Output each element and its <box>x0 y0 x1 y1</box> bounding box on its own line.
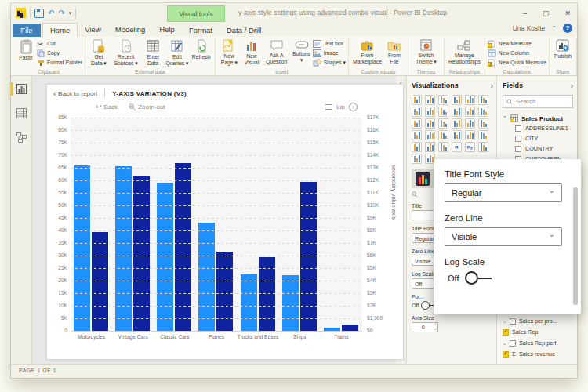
viz-icon-stacked-area[interactable] <box>438 107 448 117</box>
viz-icon-qa[interactable] <box>412 154 422 164</box>
viz-icon-slicer[interactable] <box>412 142 422 152</box>
viz-icon-matrix[interactable] <box>438 142 448 152</box>
scale-mode-label[interactable]: Lin <box>336 103 345 111</box>
viz-icon-waterfall[interactable] <box>412 118 422 129</box>
spinner-arrows-icon[interactable]: ⌃⌄ <box>434 324 437 331</box>
tab-modeling[interactable]: Modeling <box>108 23 153 36</box>
axis-size-spinner[interactable]: 0⌃⌄ <box>412 322 438 332</box>
back-to-report-link[interactable]: ‹ Back to report <box>53 89 97 98</box>
collapse-pane-icon[interactable]: › <box>571 82 573 90</box>
field-item[interactable]: COUNTRY <box>503 145 573 152</box>
viz-icon-r-script[interactable]: R <box>452 142 462 152</box>
fromfile-button[interactable]: From File <box>383 38 405 65</box>
viz-icon-line-clustered-column[interactable] <box>465 107 475 117</box>
viz-icon-ribbon[interactable] <box>478 107 488 117</box>
redo-icon[interactable]: ↷ <box>58 9 64 17</box>
recent-button[interactable]: Recent Sources ▾ <box>110 38 142 67</box>
checkbox-unchecked[interactable] <box>510 340 516 347</box>
chevron-down-icon[interactable]: ⌄ <box>503 318 506 324</box>
viz-icon-clustered-column[interactable] <box>452 95 462 105</box>
field-item[interactable]: ΣSales revenue <box>503 350 581 358</box>
viz-icon-gauge[interactable] <box>438 130 448 140</box>
viz-icon-shape-map[interactable] <box>478 142 488 152</box>
ask-button[interactable]: Ask A Question <box>263 38 291 65</box>
viz-icon-map[interactable] <box>412 130 422 140</box>
viz-icon-python[interactable]: Py <box>465 142 475 152</box>
viz-icon-line-stacked-column[interactable] <box>452 107 462 117</box>
bar-revenue-vintage-cars[interactable] <box>133 176 150 331</box>
viz-icon-line[interactable] <box>412 107 422 117</box>
theme-button[interactable]: Switch Theme ▾ <box>411 38 441 65</box>
column-button[interactable]: New Column <box>488 49 546 57</box>
checkbox-checked[interactable] <box>503 329 509 336</box>
log-scale-toggle[interactable] <box>465 271 492 285</box>
drill-back-button[interactable]: ↩ Back <box>96 103 118 111</box>
customize-toolbar-caret-icon[interactable]: ▾ <box>69 10 72 16</box>
textbox-button[interactable]: Text box <box>313 39 346 48</box>
tab-home[interactable]: Home <box>42 23 78 37</box>
info-icon[interactable]: i <box>349 103 358 111</box>
zero-line-dropdown[interactable]: Visible <box>445 227 562 246</box>
user-name[interactable]: Una Koslte <box>513 24 546 32</box>
bar-quantity-trains[interactable] <box>324 328 340 331</box>
refresh-button[interactable]: Refresh <box>191 38 212 60</box>
newvisual-button[interactable]: New Visual <box>241 38 263 66</box>
viz-icon-treemap[interactable] <box>478 118 488 129</box>
close-button[interactable]: ✕ <box>564 9 571 17</box>
zoom-out-button[interactable]: Zoom-out <box>129 103 165 111</box>
checkbox-unchecked[interactable] <box>515 136 521 142</box>
viz-icon-100-stacked-bar[interactable] <box>465 95 475 105</box>
field-item[interactable]: ⌄Sales Rep perf. <box>503 339 581 347</box>
minimize-button[interactable]: – <box>523 9 527 17</box>
viz-icon-donut[interactable] <box>465 118 475 129</box>
buttons-button[interactable]: Buttons ▾ <box>291 38 313 64</box>
paste-button[interactable]: Paste <box>15 38 37 61</box>
viz-icon-stacked-column[interactable] <box>425 95 435 105</box>
viz-icon-100-stacked-column[interactable] <box>478 95 488 105</box>
viz-icon-multi-row-card[interactable] <box>465 130 475 140</box>
shapes-button[interactable]: Shapes ▾ <box>313 58 346 67</box>
nav-report-view[interactable] <box>11 84 31 94</box>
viz-icon-card[interactable] <box>452 130 462 140</box>
viz-icon-pie[interactable] <box>452 118 462 129</box>
fields-search-input[interactable]: Search <box>503 95 573 108</box>
getdata-button[interactable]: Get Data ▾ <box>88 38 110 67</box>
viz-icon-kpi[interactable] <box>478 130 488 140</box>
enterdata-button[interactable]: Enter Data <box>142 38 164 67</box>
nav-model-view[interactable] <box>11 132 31 143</box>
field-item[interactable]: Sales Rep <box>503 328 581 336</box>
quick-button[interactable]: New Quick Measure <box>488 58 546 67</box>
chevron-up-icon[interactable]: ⌃ <box>503 115 507 122</box>
nav-data-view[interactable] <box>11 108 31 118</box>
list-icon[interactable] <box>325 104 332 110</box>
field-item[interactable]: ⌄Sales per pro... <box>503 318 581 325</box>
tab-help[interactable]: Help <box>152 23 182 36</box>
collapse-ribbon-icon[interactable]: ⌃ <box>551 25 557 32</box>
viz-icon-table[interactable] <box>425 142 435 152</box>
newpage-button[interactable]: New Page ▾ <box>218 38 241 66</box>
image-button[interactable]: Image <box>313 49 346 57</box>
help-icon[interactable]: ? <box>563 24 572 33</box>
viz-icon-filled-map[interactable] <box>425 130 435 140</box>
viz-icon-clustered-bar[interactable] <box>438 95 448 105</box>
publish-button[interactable]: Publish <box>552 38 574 60</box>
save-icon[interactable] <box>34 9 44 18</box>
field-item[interactable]: ADDRESSLINE1 <box>503 125 573 132</box>
advanced-combo-visual-icon[interactable] <box>416 172 430 186</box>
bar-quantity-trucks-and-buses[interactable] <box>241 274 257 331</box>
undo-icon[interactable]: ↶ <box>48 9 54 17</box>
rel-button[interactable]: Manage Relationships <box>447 38 482 65</box>
field-item[interactable]: CITY <box>503 135 573 142</box>
cut-button[interactable]: ✂Cut <box>37 39 82 48</box>
title-font-style-dropdown[interactable]: Regular <box>445 183 562 202</box>
maximize-button[interactable]: ▢ <box>543 9 550 17</box>
visual-card[interactable]: ‹ Back to report Y-AXIS VARIATION (V3) ↩… <box>46 84 404 360</box>
checkbox-unchecked[interactable] <box>515 146 521 152</box>
tab-data-drill[interactable]: Data / Drill <box>220 24 268 37</box>
tab-view[interactable]: View <box>78 23 107 36</box>
measure-button[interactable]: New Measure <box>488 39 546 48</box>
painter-button[interactable]: Format Painter <box>37 58 82 67</box>
bar-revenue-trains[interactable] <box>342 325 358 331</box>
overlay-scrollbar[interactable] <box>573 187 578 305</box>
marketplace-button[interactable]: From Marketplace <box>351 38 383 65</box>
